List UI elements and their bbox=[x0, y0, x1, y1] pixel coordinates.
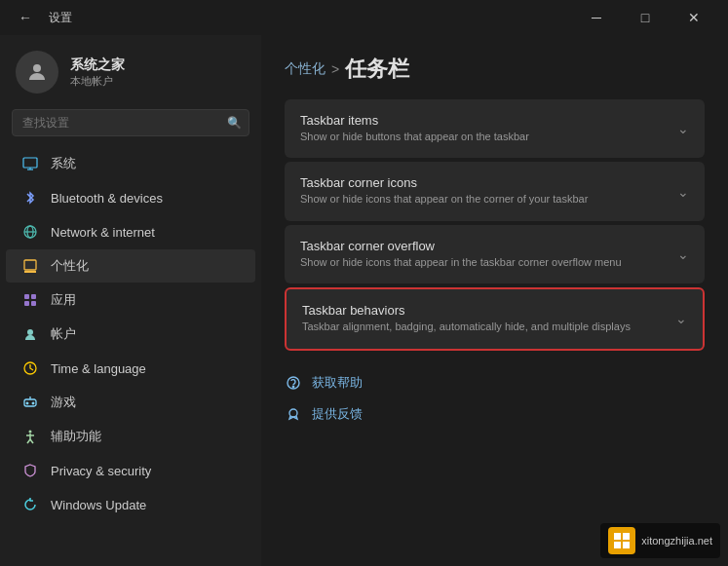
svg-point-25 bbox=[292, 386, 293, 387]
svg-line-23 bbox=[30, 439, 33, 443]
card-desc: Show or hide buttons that appear on the … bbox=[300, 130, 529, 144]
system-icon bbox=[21, 155, 39, 172]
watermark-text: xitongzhijia.net bbox=[641, 535, 712, 547]
sidebar-item-accessibility[interactable]: 辅助功能 bbox=[6, 420, 255, 453]
apps-icon bbox=[21, 291, 39, 309]
breadcrumb-parent[interactable]: 个性化 bbox=[285, 60, 326, 78]
close-button[interactable]: ✕ bbox=[671, 3, 716, 32]
get-help-icon bbox=[285, 374, 302, 392]
card-text: Taskbar behaviors Taskbar alignment, bad… bbox=[302, 303, 631, 334]
breadcrumb: 个性化 > 任务栏 bbox=[285, 55, 705, 84]
card-title: Taskbar items bbox=[300, 113, 529, 128]
accounts-icon bbox=[21, 325, 39, 343]
breadcrumb-current: 任务栏 bbox=[345, 55, 409, 84]
main-content: 个性化 > 任务栏 Taskbar items Show or hide but… bbox=[261, 35, 728, 566]
feedback-icon bbox=[285, 405, 302, 423]
settings-card-taskbar-corner-overflow[interactable]: Taskbar corner overflow Show or hide ico… bbox=[285, 225, 705, 283]
watermark: xitongzhijia.net bbox=[600, 523, 720, 558]
maximize-button[interactable]: □ bbox=[623, 3, 668, 32]
svg-point-17 bbox=[26, 402, 28, 404]
app-body: 系统之家 本地帐户 🔍 系统 Bluetooth & devices Netwo… bbox=[0, 35, 728, 566]
help-link-label: 提供反馈 bbox=[312, 405, 363, 423]
card-text: Taskbar corner icons Show or hide icons … bbox=[300, 175, 588, 207]
settings-card-taskbar-items[interactable]: Taskbar items Show or hide buttons that … bbox=[285, 99, 705, 158]
settings-card-taskbar-corner-icons[interactable]: Taskbar corner icons Show or hide icons … bbox=[285, 162, 705, 220]
sidebar-item-network[interactable]: Network & internet bbox=[6, 215, 255, 248]
card-desc: Show or hide icons that appear on the co… bbox=[300, 192, 588, 207]
svg-point-19 bbox=[29, 431, 32, 434]
search-box: 🔍 bbox=[12, 109, 249, 136]
nav-list: 系统 Bluetooth & devices Network & interne… bbox=[0, 144, 261, 566]
sidebar-item-accounts[interactable]: 帐户 bbox=[6, 318, 255, 351]
chevron-down-icon: ⌄ bbox=[675, 311, 687, 326]
title-bar-left: ← 设置 bbox=[12, 4, 72, 31]
card-title: Taskbar corner icons bbox=[300, 175, 588, 190]
app-title: 设置 bbox=[49, 10, 72, 26]
back-button[interactable]: ← bbox=[12, 4, 39, 31]
sidebar: 系统之家 本地帐户 🔍 系统 Bluetooth & devices Netwo… bbox=[0, 35, 261, 566]
card-text: Taskbar items Show or hide buttons that … bbox=[300, 113, 529, 144]
breadcrumb-separator: > bbox=[331, 61, 339, 77]
card-text: Taskbar corner overflow Show or hide ico… bbox=[300, 239, 622, 270]
sidebar-item-label: 个性化 bbox=[51, 257, 89, 275]
svg-rect-12 bbox=[31, 301, 36, 306]
time-icon bbox=[21, 359, 39, 377]
user-profile[interactable]: 系统之家 本地帐户 bbox=[0, 35, 261, 105]
watermark-icon bbox=[608, 527, 635, 554]
settings-card-taskbar-behaviors[interactable]: Taskbar behaviors Taskbar alignment, bad… bbox=[285, 287, 705, 350]
settings-list: Taskbar items Show or hide buttons that … bbox=[285, 99, 705, 351]
sidebar-item-update[interactable]: Windows Update bbox=[6, 488, 255, 521]
user-subtitle: 本地帐户 bbox=[70, 74, 125, 89]
card-desc: Taskbar alignment, badging, automaticall… bbox=[302, 320, 631, 334]
svg-rect-29 bbox=[614, 542, 621, 548]
card-desc: Show or hide icons that appear in the ta… bbox=[300, 255, 622, 270]
bluetooth-icon bbox=[21, 189, 39, 207]
card-title: Taskbar corner overflow bbox=[300, 239, 622, 253]
username: 系统之家 bbox=[70, 57, 125, 74]
privacy-icon bbox=[21, 462, 39, 479]
update-icon bbox=[21, 496, 39, 513]
help-link-get-help[interactable]: 获取帮助 bbox=[285, 370, 705, 396]
accessibility-icon bbox=[21, 428, 39, 445]
sidebar-item-label: 应用 bbox=[51, 291, 76, 309]
sidebar-item-label: 辅助功能 bbox=[51, 428, 101, 445]
help-link-feedback[interactable]: 提供反馈 bbox=[285, 401, 705, 427]
sidebar-item-bluetooth[interactable]: Bluetooth & devices bbox=[6, 181, 255, 214]
svg-rect-9 bbox=[24, 294, 29, 299]
search-icon: 🔍 bbox=[227, 116, 242, 130]
sidebar-item-apps[interactable]: 应用 bbox=[6, 283, 255, 317]
search-input[interactable] bbox=[12, 109, 249, 136]
minimize-button[interactable]: ─ bbox=[574, 3, 619, 32]
svg-point-0 bbox=[33, 64, 41, 72]
sidebar-item-label: 游戏 bbox=[51, 394, 76, 411]
sidebar-item-label: Privacy & security bbox=[51, 464, 151, 478]
svg-rect-28 bbox=[623, 533, 630, 540]
personalize-icon bbox=[21, 257, 39, 275]
sidebar-item-label: 系统 bbox=[51, 155, 76, 172]
sidebar-item-personalize[interactable]: 个性化 bbox=[6, 249, 255, 283]
svg-point-26 bbox=[289, 409, 297, 417]
svg-rect-11 bbox=[24, 301, 29, 306]
chevron-down-icon: ⌄ bbox=[677, 246, 689, 262]
svg-rect-10 bbox=[31, 294, 36, 299]
sidebar-item-system[interactable]: 系统 bbox=[6, 147, 255, 180]
svg-rect-7 bbox=[24, 260, 36, 270]
sidebar-item-label: Bluetooth & devices bbox=[51, 191, 163, 206]
sidebar-item-label: 帐户 bbox=[51, 325, 76, 343]
svg-point-13 bbox=[27, 329, 33, 335]
card-title: Taskbar behaviors bbox=[302, 303, 631, 318]
help-link-label: 获取帮助 bbox=[312, 374, 363, 392]
svg-rect-30 bbox=[623, 542, 630, 548]
chevron-down-icon: ⌄ bbox=[677, 184, 689, 200]
gaming-icon bbox=[21, 394, 39, 411]
sidebar-item-gaming[interactable]: 游戏 bbox=[6, 386, 255, 419]
sidebar-item-privacy[interactable]: Privacy & security bbox=[6, 454, 255, 487]
avatar bbox=[16, 51, 58, 94]
sidebar-item-time[interactable]: Time & language bbox=[6, 352, 255, 385]
help-links: 获取帮助 提供反馈 bbox=[285, 370, 705, 427]
chevron-down-icon: ⌄ bbox=[677, 121, 689, 136]
user-info: 系统之家 本地帐户 bbox=[70, 57, 125, 89]
network-icon bbox=[21, 223, 39, 241]
sidebar-item-label: Time & language bbox=[51, 361, 146, 376]
window-controls: ─ □ ✕ bbox=[574, 3, 716, 32]
